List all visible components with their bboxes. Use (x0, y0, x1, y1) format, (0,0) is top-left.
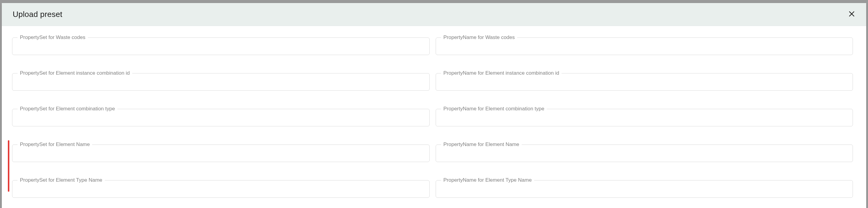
property-set-field: PropertySet for Element combination type (12, 109, 430, 126)
close-icon (848, 10, 855, 19)
property-set-field: PropertySet for Element Name (12, 145, 430, 162)
field-label: PropertySet for Element Name (18, 141, 92, 148)
modal-title: Upload preset (13, 10, 62, 19)
form-row: PropertySet for Element Type Name Proper… (12, 180, 853, 198)
upload-preset-modal: Upload preset PropertySet for Waste code… (2, 3, 866, 208)
form-row: PropertySet for Element combination type… (12, 109, 853, 126)
field-label: PropertyName for Element Name (441, 141, 522, 148)
property-name-field: PropertyName for Element Name (436, 145, 853, 162)
form-row: PropertySet for Element Name PropertyNam… (12, 145, 853, 162)
field-label: PropertySet for Waste codes (18, 34, 88, 41)
field-label: PropertySet for Element instance combina… (18, 70, 132, 76)
property-name-field: PropertyName for Element instance combin… (436, 73, 853, 91)
property-set-field: PropertySet for Element Type Name (12, 180, 430, 198)
field-label: PropertyName for Waste codes (441, 34, 518, 41)
property-set-field: PropertySet for Waste codes (12, 37, 430, 55)
property-name-field: PropertyName for Element combination typ… (436, 109, 853, 126)
modal-header: Upload preset (2, 3, 866, 26)
property-name-field: PropertyName for Element Type Name (436, 180, 853, 198)
close-button[interactable] (846, 8, 858, 21)
required-indicator (8, 140, 9, 192)
field-label: PropertySet for Element combination type (18, 106, 118, 112)
field-label: PropertyName for Element Type Name (441, 177, 534, 183)
property-set-field: PropertySet for Element instance combina… (12, 73, 430, 91)
form-row: PropertySet for Waste codes PropertyName… (12, 37, 853, 55)
form-grid: PropertySet for Waste codes PropertyName… (12, 37, 853, 198)
field-label: PropertyName for Element instance combin… (441, 70, 562, 76)
modal-body[interactable]: PropertySet for Waste codes PropertyName… (2, 26, 866, 208)
form-row: PropertySet for Element instance combina… (12, 73, 853, 91)
field-label: PropertySet for Element Type Name (18, 177, 105, 183)
property-name-field: PropertyName for Waste codes (436, 37, 853, 55)
field-label: PropertyName for Element combination typ… (441, 106, 547, 112)
